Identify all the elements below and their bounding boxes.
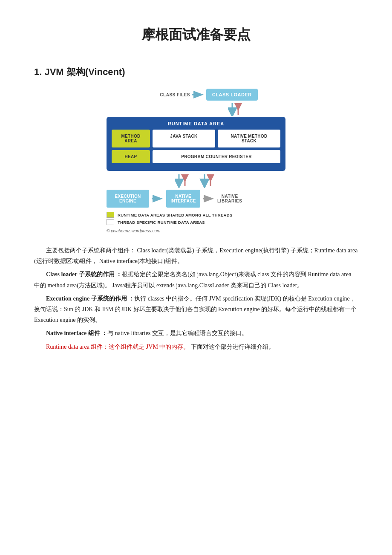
program-counter-box: PROGRAM COUNTER REGISTER — [153, 150, 280, 163]
paragraph4: Native interface 组件 ：与 native libraries … — [34, 328, 358, 338]
native-method-stack-box: NATIVE METHODSTACK — [218, 130, 280, 147]
legend1-text: RUNTIME DATA AREAS SHARED AMONG ALL THRE… — [118, 213, 233, 217]
bold-term-native: Native interface 组件 ： — [46, 330, 107, 336]
arrow-exe-to-native-icon — [152, 194, 164, 203]
runtime-area-label: RUNTIME DATA AREA — [112, 121, 280, 126]
runtime-area: RUNTIME DATA AREA METHOD AREA JAVA STACK… — [107, 117, 285, 171]
copyright-text: © javabeanz.wordpress.com — [107, 228, 285, 233]
bold-term-execution: Execution engine 子系统的作用 ： — [46, 295, 134, 302]
class-loader-box: CLASS LOADER — [206, 89, 258, 101]
diagram-legend: RUNTIME DATA AREAS SHARED AMONG ALL THRE… — [107, 212, 285, 225]
java-stack-box: JAVA STACK — [153, 130, 215, 147]
legend-white-box — [107, 219, 114, 225]
native-interface-box: NATIVEINTERFACE — [166, 190, 200, 208]
vertical-arrows-icon — [228, 103, 245, 116]
heap-box: HEAP — [112, 150, 150, 163]
class-files-label: CLASS FILES — [160, 92, 190, 97]
page-title: 摩根面试准备要点 — [34, 26, 358, 44]
jvm-diagram: CLASS FILES CLASS LOADER — [107, 89, 285, 233]
bold-term-classloader: Class loader 子系统的作用 ： — [46, 271, 122, 278]
arrow-native-to-lib-icon — [203, 194, 215, 203]
legend2-text: THREAD SPECIFIC RUNTIME DATA AREAS — [118, 220, 205, 225]
method-area-box: METHOD AREA — [112, 130, 150, 147]
section1-title: 1. JVM 架构(Vincent) — [34, 66, 358, 78]
arrow-to-classloader-icon — [192, 90, 205, 99]
native-libraries-label: NATIVELIBRARIES — [217, 194, 242, 203]
paragraph2: Class loader 子系统的作用 ：根据给定的全限定名类名(如 java.… — [34, 269, 358, 290]
paragraph1: 主要包括两个子系统和两个组件： Class loader(类装载器) 子系统，E… — [34, 245, 358, 266]
bottom-row: EXECUTION ENGINE NATIVEINTERFACE NATIVEL… — [107, 190, 285, 208]
red-text-runtime: Runtime data area 组件：这个组件就是 JVM 中的内存。 — [46, 344, 189, 350]
middle-arrows-icon — [175, 174, 217, 188]
legend-yellow-box — [107, 212, 114, 218]
paragraph5: Runtime data area 组件：这个组件就是 JVM 中的内存。 下面… — [34, 341, 358, 352]
paragraph3: Execution engine 子系统的作用 ：执行 classes 中的指令… — [34, 293, 358, 326]
execution-engine-box: EXECUTION ENGINE — [107, 190, 149, 208]
